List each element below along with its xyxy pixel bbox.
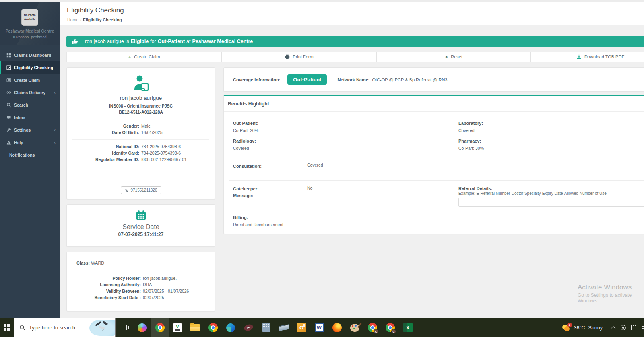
- outlook-button[interactable]: O: [293, 318, 310, 337]
- print-form-button[interactable]: Print Form: [222, 52, 377, 62]
- gatekeeper-label: Gatekeeper:: [233, 186, 259, 191]
- weather-widget[interactable]: 1 36°C Sunny: [558, 324, 607, 332]
- weather-temp: 36°C: [574, 325, 585, 331]
- start-button[interactable]: [0, 318, 14, 337]
- word-button[interactable]: W: [310, 318, 328, 337]
- v-app-button[interactable]: V: [169, 318, 186, 337]
- divider: [72, 271, 209, 271]
- logged-in-username: rukhsana_peshmcd: [0, 35, 60, 39]
- banner-at: at: [186, 39, 190, 44]
- beneficiary-start-label: Beneficiary Start Date :: [67, 295, 141, 300]
- benefit-value: Co-Part: 20%: [233, 128, 258, 133]
- gatekeeper-row: Gatekeeper: No: [233, 185, 259, 192]
- licensing-authority-value: DHA: [143, 282, 215, 287]
- sidebar-item-claims-dashboard[interactable]: Claims Dashboard: [0, 49, 60, 61]
- chrome-profile-1-button[interactable]: C: [363, 318, 381, 337]
- chrome-button[interactable]: [204, 318, 222, 337]
- billing-label: Billing:: [233, 215, 283, 220]
- policy-class-card: Class: WARD Policy Holder:ron jacob.auri…: [66, 252, 215, 311]
- divider: [72, 178, 209, 178]
- sidebar-item-claims-delivery[interactable]: Claims Delivery ‹: [0, 86, 60, 99]
- paint-button[interactable]: [346, 318, 363, 337]
- sidebar-item-notifications[interactable]: Notifications: [0, 149, 60, 161]
- chrome-icon: [155, 323, 165, 332]
- identity-card-value: 784-2025-9754398-6: [141, 151, 215, 155]
- watermark-line2: Go to Settings to activate Windows.: [578, 292, 644, 304]
- network-name-label: Network Name:: [337, 77, 369, 82]
- class-row: Class: WARD: [76, 261, 215, 265]
- benefits-title: Benefits Highlight: [224, 96, 644, 112]
- chrome-icon: [208, 323, 218, 332]
- sidebar-item-create-claim[interactable]: Create Claim: [0, 74, 60, 86]
- banner-coverage-type: Out-Patient: [158, 39, 185, 44]
- scanner-button[interactable]: [275, 318, 293, 337]
- coverage-type-badge[interactable]: Out-Patient: [287, 74, 327, 85]
- copilot-button[interactable]: [133, 318, 151, 337]
- benefits-body: Out-Patient: Co-Part: 20% Laboratory: Co…: [224, 112, 644, 232]
- activate-windows-watermark: Activate Windows Go to Settings to activ…: [578, 283, 644, 304]
- inbox-icon: [6, 115, 11, 120]
- system-tray: [612, 325, 644, 330]
- tray-chevron-up-icon[interactable]: [611, 326, 615, 330]
- create-claim-button[interactable]: + Create Claim: [67, 52, 222, 62]
- windows-taskbar: V ✂ O W C C X 1 36°C Sunny: [0, 318, 644, 337]
- phone-button[interactable]: 971551211320: [121, 186, 161, 194]
- excel-button[interactable]: X: [399, 318, 417, 337]
- breadcrumb-home[interactable]: Home: [67, 17, 78, 22]
- taskbar-right: 1 36°C Sunny: [558, 318, 644, 337]
- sidebar-profile: No Photo Available Peshawar Medical Cent…: [0, 2, 60, 45]
- calculator-button[interactable]: [257, 318, 275, 337]
- referral-hint: Example: E-Referral Number-Doctor Specia…: [458, 191, 607, 196]
- windows-logo-icon: [4, 324, 10, 331]
- task-view-button[interactable]: [116, 318, 133, 337]
- sidebar-item-search[interactable]: Search: [0, 99, 60, 111]
- sidebar-item-settings[interactable]: Settings ‹: [0, 124, 60, 136]
- referral-input[interactable]: [458, 198, 644, 207]
- profile-badge: C: [391, 329, 396, 334]
- benefit-value: Covered: [233, 146, 256, 151]
- sidebar-item-label: Eligibility Checking: [14, 65, 53, 70]
- service-date-value: 07-07-2025 17:41:27: [67, 232, 215, 237]
- search-daily-image[interactable]: [89, 320, 115, 336]
- message-row: Message:: [233, 192, 253, 199]
- chevron-left-icon: ‹: [54, 127, 56, 133]
- sun-icon: 1: [562, 324, 571, 332]
- firefox-button[interactable]: [328, 318, 346, 337]
- top-strip: [0, 0, 644, 2]
- avatar-placeholder: No Photo Available: [21, 9, 38, 26]
- sidebar-item-label: Inbox: [14, 115, 25, 120]
- scanner-icon: [279, 324, 289, 331]
- tray-record-icon[interactable]: [621, 325, 626, 330]
- sidebar-item-help[interactable]: Help ‹: [0, 136, 60, 149]
- wrench-icon: [6, 128, 11, 132]
- chrome-active-button[interactable]: [151, 318, 169, 337]
- sidebar-nav: Claims Dashboard Eligibility Checking Cr…: [0, 49, 60, 161]
- banner-is: is: [126, 39, 129, 44]
- breadcrumb-current: Eligibility Checking: [83, 17, 122, 22]
- sidebar-item-eligibility-checking[interactable]: Eligibility Checking: [0, 61, 60, 74]
- snipping-tool-button[interactable]: ✂: [239, 318, 257, 337]
- patient-identifiers: National ID:784-2025-9754398-6 Identity …: [67, 144, 215, 162]
- tray-partial-icon[interactable]: [642, 325, 644, 330]
- sidebar-item-inbox[interactable]: Inbox: [0, 111, 60, 124]
- edge-button[interactable]: [222, 318, 239, 337]
- reset-button[interactable]: ✕ Reset: [377, 52, 531, 62]
- task-view-icon: [120, 325, 129, 330]
- download-icon: [576, 54, 582, 60]
- breadcrumb: Home/Eligibility Checking: [67, 17, 122, 22]
- national-id-label: National ID:: [67, 144, 139, 149]
- search-input[interactable]: [29, 325, 81, 331]
- regulator-id-value: I008-002-122995697-01: [141, 157, 215, 162]
- chevron-left-icon: ‹: [54, 140, 56, 145]
- main-content: Eligibility Checking Home/Eligibility Ch…: [60, 2, 644, 318]
- referral-details-row: Referral Details:: [458, 184, 492, 192]
- file-explorer-button[interactable]: [186, 318, 204, 337]
- create-claim-label: Create Claim: [134, 54, 160, 59]
- download-tob-pdf-button[interactable]: Download TOB PDF: [531, 52, 644, 62]
- taskbar-search[interactable]: [14, 318, 116, 337]
- validity-between-label: Validity Between:: [67, 289, 141, 294]
- chrome-profile-2-button[interactable]: C: [381, 318, 399, 337]
- benefit-label: Radiology:: [233, 139, 256, 143]
- tray-snip-icon[interactable]: [631, 325, 636, 330]
- close-icon: ✕: [445, 55, 448, 59]
